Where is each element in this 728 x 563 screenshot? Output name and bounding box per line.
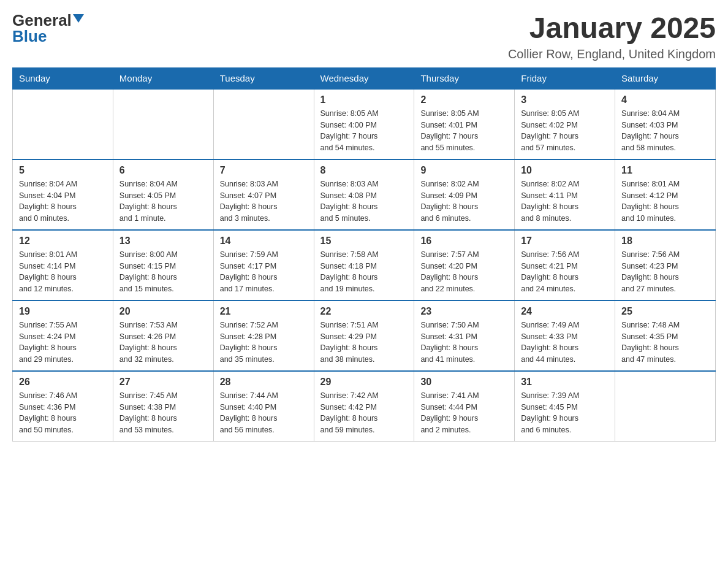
day-number: 10 bbox=[521, 165, 609, 176]
week-row-2: 12Sunrise: 8:01 AMSunset: 4:14 PMDayligh… bbox=[13, 230, 716, 301]
calendar-cell: 25Sunrise: 7:48 AMSunset: 4:35 PMDayligh… bbox=[615, 301, 716, 371]
day-info: Sunrise: 8:01 AMSunset: 4:12 PMDaylight:… bbox=[621, 178, 709, 224]
day-info: Sunrise: 8:05 AMSunset: 4:02 PMDaylight:… bbox=[521, 108, 609, 154]
calendar-cell bbox=[13, 89, 113, 159]
calendar-cell: 11Sunrise: 8:01 AMSunset: 4:12 PMDayligh… bbox=[615, 159, 716, 230]
day-number: 17 bbox=[521, 236, 609, 247]
day-info: Sunrise: 8:04 AMSunset: 4:04 PMDaylight:… bbox=[19, 178, 107, 224]
day-number: 28 bbox=[220, 377, 308, 388]
calendar-cell: 26Sunrise: 7:46 AMSunset: 4:36 PMDayligh… bbox=[13, 371, 113, 442]
day-info: Sunrise: 7:58 AMSunset: 4:18 PMDaylight:… bbox=[320, 249, 408, 295]
calendar-header-friday: Friday bbox=[515, 67, 615, 89]
calendar-cell: 12Sunrise: 8:01 AMSunset: 4:14 PMDayligh… bbox=[13, 230, 113, 301]
logo-general-text: General bbox=[12, 12, 72, 28]
day-number: 7 bbox=[220, 165, 308, 176]
day-info: Sunrise: 7:46 AMSunset: 4:36 PMDaylight:… bbox=[19, 390, 107, 436]
calendar-cell: 10Sunrise: 8:02 AMSunset: 4:11 PMDayligh… bbox=[515, 159, 615, 230]
day-number: 4 bbox=[621, 94, 709, 105]
calendar-cell: 2Sunrise: 8:05 AMSunset: 4:01 PMDaylight… bbox=[414, 89, 515, 159]
day-number: 18 bbox=[621, 236, 709, 247]
location-title: Collier Row, England, United Kingdom bbox=[508, 47, 716, 61]
day-number: 27 bbox=[119, 377, 207, 388]
day-info: Sunrise: 7:41 AMSunset: 4:44 PMDaylight:… bbox=[420, 390, 508, 436]
day-number: 20 bbox=[119, 306, 207, 317]
day-number: 15 bbox=[320, 236, 408, 247]
day-info: Sunrise: 8:05 AMSunset: 4:00 PMDaylight:… bbox=[320, 108, 408, 154]
calendar-cell: 16Sunrise: 7:57 AMSunset: 4:20 PMDayligh… bbox=[414, 230, 515, 301]
calendar-cell: 7Sunrise: 8:03 AMSunset: 4:07 PMDaylight… bbox=[213, 159, 314, 230]
calendar-cell: 20Sunrise: 7:53 AMSunset: 4:26 PMDayligh… bbox=[113, 301, 213, 371]
week-row-1: 5Sunrise: 8:04 AMSunset: 4:04 PMDaylight… bbox=[13, 159, 716, 230]
day-number: 3 bbox=[521, 94, 609, 105]
calendar-cell: 9Sunrise: 8:02 AMSunset: 4:09 PMDaylight… bbox=[414, 159, 515, 230]
day-info: Sunrise: 8:01 AMSunset: 4:14 PMDaylight:… bbox=[19, 249, 107, 295]
day-number: 14 bbox=[220, 236, 308, 247]
day-number: 8 bbox=[320, 165, 408, 176]
calendar-header-wednesday: Wednesday bbox=[314, 67, 414, 89]
calendar-cell: 1Sunrise: 8:05 AMSunset: 4:00 PMDaylight… bbox=[314, 89, 414, 159]
day-number: 22 bbox=[320, 306, 408, 317]
calendar-cell: 5Sunrise: 8:04 AMSunset: 4:04 PMDaylight… bbox=[13, 159, 113, 230]
day-number: 16 bbox=[420, 236, 508, 247]
day-info: Sunrise: 7:53 AMSunset: 4:26 PMDaylight:… bbox=[119, 320, 207, 366]
calendar-header-sunday: Sunday bbox=[13, 67, 113, 89]
calendar-cell: 15Sunrise: 7:58 AMSunset: 4:18 PMDayligh… bbox=[314, 230, 414, 301]
day-info: Sunrise: 8:00 AMSunset: 4:15 PMDaylight:… bbox=[119, 249, 207, 295]
day-info: Sunrise: 7:57 AMSunset: 4:20 PMDaylight:… bbox=[420, 249, 508, 295]
logo-triangle-icon bbox=[73, 14, 84, 23]
day-info: Sunrise: 8:05 AMSunset: 4:01 PMDaylight:… bbox=[420, 108, 508, 154]
day-info: Sunrise: 7:44 AMSunset: 4:40 PMDaylight:… bbox=[220, 390, 308, 436]
month-title: January 2025 bbox=[508, 12, 716, 45]
title-block: January 2025 Collier Row, England, Unite… bbox=[508, 12, 716, 61]
calendar-cell: 13Sunrise: 8:00 AMSunset: 4:15 PMDayligh… bbox=[113, 230, 213, 301]
logo: General Blue bbox=[12, 12, 84, 44]
day-info: Sunrise: 7:50 AMSunset: 4:31 PMDaylight:… bbox=[420, 320, 508, 366]
calendar-cell: 21Sunrise: 7:52 AMSunset: 4:28 PMDayligh… bbox=[213, 301, 314, 371]
calendar-cell bbox=[113, 89, 213, 159]
day-info: Sunrise: 7:39 AMSunset: 4:45 PMDaylight:… bbox=[521, 390, 609, 436]
calendar-cell: 18Sunrise: 7:56 AMSunset: 4:23 PMDayligh… bbox=[615, 230, 716, 301]
day-number: 1 bbox=[320, 94, 408, 105]
day-number: 19 bbox=[19, 306, 107, 317]
day-number: 31 bbox=[521, 377, 609, 388]
week-row-3: 19Sunrise: 7:55 AMSunset: 4:24 PMDayligh… bbox=[13, 301, 716, 371]
day-number: 2 bbox=[420, 94, 508, 105]
day-info: Sunrise: 7:51 AMSunset: 4:29 PMDaylight:… bbox=[320, 320, 408, 366]
day-number: 12 bbox=[19, 236, 107, 247]
calendar-cell: 27Sunrise: 7:45 AMSunset: 4:38 PMDayligh… bbox=[113, 371, 213, 442]
calendar-cell: 17Sunrise: 7:56 AMSunset: 4:21 PMDayligh… bbox=[515, 230, 615, 301]
calendar-cell: 22Sunrise: 7:51 AMSunset: 4:29 PMDayligh… bbox=[314, 301, 414, 371]
day-info: Sunrise: 7:49 AMSunset: 4:33 PMDaylight:… bbox=[521, 320, 609, 366]
week-row-4: 26Sunrise: 7:46 AMSunset: 4:36 PMDayligh… bbox=[13, 371, 716, 442]
calendar-cell: 23Sunrise: 7:50 AMSunset: 4:31 PMDayligh… bbox=[414, 301, 515, 371]
day-number: 9 bbox=[420, 165, 508, 176]
day-info: Sunrise: 7:56 AMSunset: 4:23 PMDaylight:… bbox=[621, 249, 709, 295]
logo-blue-text: Blue bbox=[12, 28, 47, 44]
day-number: 23 bbox=[420, 306, 508, 317]
day-number: 30 bbox=[420, 377, 508, 388]
day-number: 24 bbox=[521, 306, 609, 317]
day-number: 26 bbox=[19, 377, 107, 388]
calendar-cell: 28Sunrise: 7:44 AMSunset: 4:40 PMDayligh… bbox=[213, 371, 314, 442]
calendar-cell bbox=[213, 89, 314, 159]
day-info: Sunrise: 8:02 AMSunset: 4:09 PMDaylight:… bbox=[420, 178, 508, 224]
day-info: Sunrise: 7:59 AMSunset: 4:17 PMDaylight:… bbox=[220, 249, 308, 295]
day-info: Sunrise: 8:03 AMSunset: 4:07 PMDaylight:… bbox=[220, 178, 308, 224]
day-number: 21 bbox=[220, 306, 308, 317]
day-number: 13 bbox=[119, 236, 207, 247]
day-info: Sunrise: 7:48 AMSunset: 4:35 PMDaylight:… bbox=[621, 320, 709, 366]
page-header: General Blue January 2025 Collier Row, E… bbox=[12, 12, 716, 61]
day-info: Sunrise: 8:04 AMSunset: 4:03 PMDaylight:… bbox=[621, 108, 709, 154]
day-number: 6 bbox=[119, 165, 207, 176]
day-number: 29 bbox=[320, 377, 408, 388]
calendar-header-thursday: Thursday bbox=[414, 67, 515, 89]
calendar-cell: 4Sunrise: 8:04 AMSunset: 4:03 PMDaylight… bbox=[615, 89, 716, 159]
day-info: Sunrise: 7:45 AMSunset: 4:38 PMDaylight:… bbox=[119, 390, 207, 436]
calendar-header-saturday: Saturday bbox=[615, 67, 716, 89]
calendar-cell: 8Sunrise: 8:03 AMSunset: 4:08 PMDaylight… bbox=[314, 159, 414, 230]
calendar-cell: 31Sunrise: 7:39 AMSunset: 4:45 PMDayligh… bbox=[515, 371, 615, 442]
calendar-header-row: SundayMondayTuesdayWednesdayThursdayFrid… bbox=[13, 67, 716, 89]
day-info: Sunrise: 8:02 AMSunset: 4:11 PMDaylight:… bbox=[521, 178, 609, 224]
day-info: Sunrise: 8:03 AMSunset: 4:08 PMDaylight:… bbox=[320, 178, 408, 224]
calendar-cell: 6Sunrise: 8:04 AMSunset: 4:05 PMDaylight… bbox=[113, 159, 213, 230]
